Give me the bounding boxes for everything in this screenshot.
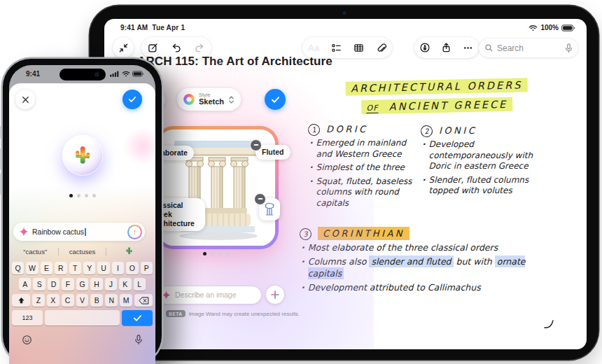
letter-key[interactable]: H <box>90 278 102 290</box>
emoji-smiley-icon <box>22 335 32 345</box>
sheet-accept-button[interactable] <box>122 90 142 109</box>
prompt-input[interactable]: Rainbow cactus ↑ <box>13 223 145 241</box>
more-button[interactable] <box>458 37 479 58</box>
cellular-signal-icon <box>110 71 119 77</box>
autocorrect-bar: “cactus” cactuses <box>12 246 153 258</box>
letter-key[interactable]: P <box>141 262 153 274</box>
keyboard-row-3: ZXCVBNM <box>12 294 153 307</box>
letter-key[interactable]: N <box>105 294 118 307</box>
ipad-time: 9:41 AM <box>120 24 148 31</box>
shrink-window-button[interactable] <box>113 37 134 58</box>
style-swirl-icon <box>183 94 195 105</box>
generate-button[interactable]: ↑ <box>127 225 142 239</box>
iphone-screen: 9:41 <box>9 65 155 364</box>
letter-key[interactable]: R <box>55 262 66 274</box>
cactus-emoji-icon <box>125 246 133 255</box>
ipad-device: 9:41 AM Tue Apr 1 100% <box>90 6 598 360</box>
share-button[interactable] <box>436 37 457 58</box>
letter-key[interactable]: M <box>120 294 132 307</box>
describe-image-input[interactable]: Describe an image <box>156 286 261 304</box>
preview-page-dots[interactable] <box>9 194 155 197</box>
undo-icon <box>171 43 182 53</box>
remove-tag-button[interactable] <box>250 139 262 151</box>
prompt-value: Rainbow cactus <box>32 227 84 236</box>
note-bullet: Emerged in mainland and Western Greece <box>309 138 414 160</box>
search-placeholder: Search <box>497 43 561 53</box>
emoji-key[interactable] <box>22 335 32 345</box>
letter-key[interactable]: B <box>90 294 103 307</box>
ionic-bullets: Developed contemporaneously with Doric i… <box>421 139 541 197</box>
letter-key[interactable]: W <box>26 262 38 274</box>
wand-accept-button[interactable] <box>265 89 286 110</box>
volume-up-button <box>0 148 1 169</box>
checklist-icon <box>331 43 342 53</box>
letter-key[interactable]: O <box>126 262 138 274</box>
letter-key[interactable]: U <box>97 262 109 274</box>
letter-key[interactable]: V <box>76 294 89 307</box>
style-picker[interactable]: Style Sketch <box>177 88 241 111</box>
describe-image-placeholder: Describe an image <box>175 290 237 299</box>
letter-key[interactable]: L <box>134 278 146 290</box>
dictation-mic-icon[interactable] <box>565 43 573 53</box>
letter-key[interactable]: Q <box>12 262 24 274</box>
keyboard-row-2: ASDFGHJKL <box>12 278 153 290</box>
letter-key[interactable]: Y <box>83 262 95 274</box>
volume-down-button <box>0 174 1 195</box>
image-playground-sheet: Rainbow cactus ↑ “cactus” cactuses QWERT… <box>9 83 155 364</box>
redo-icon <box>194 43 205 53</box>
page-dot <box>211 252 214 255</box>
wand-page-dots[interactable] <box>203 252 230 255</box>
close-icon <box>22 96 29 104</box>
dictation-mic-key[interactable] <box>134 335 143 345</box>
page-dot <box>226 252 230 255</box>
checkmark-icon <box>271 96 280 104</box>
note-bullet: Slender, fluted columns topped with volu… <box>422 175 541 197</box>
letter-key[interactable]: Z <box>32 294 45 307</box>
paperclip-icon <box>376 43 386 53</box>
space-key[interactable] <box>45 310 120 326</box>
backspace-icon <box>139 297 149 304</box>
section-number: 3 <box>299 227 312 241</box>
search-field[interactable]: Search <box>479 38 578 57</box>
letter-key[interactable]: T <box>69 262 81 274</box>
letter-key[interactable]: I <box>112 262 124 274</box>
beta-text: Image Wand may create unexpected results… <box>189 311 300 317</box>
return-key[interactable] <box>122 310 153 326</box>
letter-key[interactable]: A <box>19 278 31 290</box>
letter-key[interactable]: C <box>62 294 74 307</box>
letter-key[interactable]: D <box>48 278 59 290</box>
add-prompt-button[interactable] <box>266 286 284 304</box>
beta-disclaimer: BETA Image Wand may create unexpected re… <box>166 310 300 317</box>
suggestion-plural[interactable]: cactuses <box>59 248 105 255</box>
page-dot <box>69 194 73 197</box>
letter-key[interactable]: K <box>119 278 131 290</box>
suggestion-cactus-emoji[interactable] <box>106 246 153 257</box>
letter-key[interactable]: X <box>47 294 59 307</box>
stage: 9:41 AM Tue Apr 1 100% <box>0 0 602 364</box>
page-dot <box>92 194 96 197</box>
markup-button[interactable] <box>414 37 435 58</box>
remove-suggestion-button[interactable] <box>254 193 266 205</box>
sheet-close-button[interactable] <box>15 90 35 109</box>
table-button[interactable] <box>348 37 369 58</box>
section-number: 1 <box>307 123 321 136</box>
letter-key[interactable]: G <box>76 278 88 290</box>
keyboard-row-1: QWERTYUIOP <box>12 262 153 274</box>
letter-key[interactable]: J <box>105 278 117 290</box>
style-value: Sketch <box>199 98 224 106</box>
letter-key[interactable]: F <box>62 278 74 290</box>
section-name: IONIC <box>439 125 477 137</box>
letter-key[interactable]: E <box>41 262 52 274</box>
numbers-key[interactable]: 123 <box>12 310 43 326</box>
battery-icon <box>561 24 575 31</box>
markup-pencil-icon <box>419 42 430 53</box>
shift-key[interactable] <box>12 294 30 307</box>
letter-key[interactable]: S <box>33 278 45 290</box>
attachment-button[interactable] <box>370 37 391 58</box>
compose-icon <box>148 43 158 53</box>
suggestion-quoted[interactable]: “cactus” <box>12 248 58 255</box>
backspace-key[interactable] <box>134 294 153 307</box>
shift-icon <box>18 297 25 304</box>
dynamic-island <box>59 69 106 80</box>
handwriting-swoosh <box>543 318 556 332</box>
